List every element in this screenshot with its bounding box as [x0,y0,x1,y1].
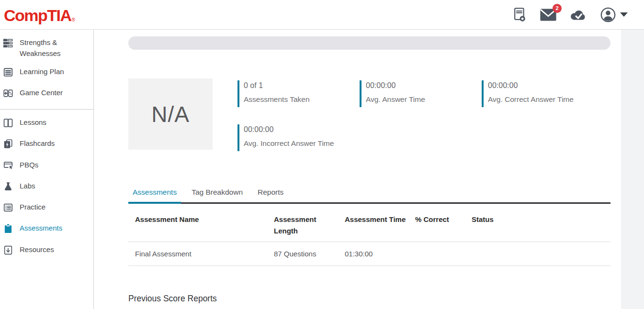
col-percent-correct: % Correct [415,204,472,242]
stat-value: 0 of 1 [244,81,360,90]
col-assessment-time: Assessment Time [345,204,415,242]
main-content: N/A 0 of 1 Assessments Taken 00:00:00 Av… [94,30,621,309]
table-row[interactable]: Final Assessment 87 Questions 01:30:00 [128,242,610,265]
registered-mark: ® [72,18,75,22]
stat-avg-incorrect-answer-time: 00:00:00 Avg. Incorrect Answer Time [237,124,360,151]
game-center-icon [3,88,13,101]
stat-assessments-taken: 0 of 1 Assessments Taken [237,80,360,107]
chevron-down-icon [620,12,628,17]
tab-reports[interactable]: Reports [253,188,288,202]
sidebar-item-lessons[interactable]: Lessons [0,113,93,134]
resources-icon [3,245,13,258]
stat-avg-answer-time: 00:00:00 Avg. Answer Time [360,80,482,107]
assessment-overview: N/A 0 of 1 Assessments Taken 00:00:00 Av… [128,78,610,151]
cell-assessment-time: 01:30:00 [345,242,415,265]
table-header-row: Assessment Name Assessment Length Assess… [128,204,610,242]
stat-label: Avg. Incorrect Answer Time [244,139,360,148]
col-assessment-name: Assessment Name [128,204,274,242]
assessments-icon [3,223,13,237]
logo-text: CompTIA [4,7,71,23]
account-menu[interactable] [600,7,628,23]
sidebar-item-label: Game Center [20,87,63,98]
sidebar-item-learning-plan[interactable]: Learning Plan [0,63,93,84]
cell-percent-correct [415,242,472,265]
stat-value: 00:00:00 [488,81,604,90]
labs-icon [3,181,13,195]
header-icon-group: 2 [512,7,628,23]
col-status: Status [472,204,610,242]
sidebar-item-resources[interactable]: Resources [0,241,93,262]
cell-assessment-length: 87 Questions [274,242,345,265]
tab-assessments[interactable]: Assessments [128,188,181,202]
sidebar: Strengths & Weaknesses Learning Plan [0,30,94,309]
cell-status [472,242,610,265]
score-report-icon[interactable] [512,7,527,22]
stat-label: Assessments Taken [244,95,360,104]
tab-bar: Assessments Tag Breakdown Reports [128,188,610,204]
practice-icon [3,202,13,216]
score-na-box: N/A [128,78,213,150]
comptia-logo[interactable]: CompTIA ® [4,6,75,23]
mail-badge: 2 [553,4,562,13]
stat-label: Avg. Answer Time [366,95,482,104]
sidebar-item-label: Learning Plan [20,66,64,77]
sidebar-item-label: Practice [20,201,45,212]
sidebar-item-label: PBQs [20,159,38,170]
sidebar-item-practice[interactable]: Practice [0,198,93,219]
sidebar-item-game-center[interactable]: Game Center [0,84,93,105]
sidebar-divider [0,109,93,110]
top-header: CompTIA ® 2 [0,0,644,30]
sidebar-item-label: Strengths & Weaknesses [20,37,90,59]
cloud-sync-icon[interactable] [570,8,587,22]
stat-label: Avg. Correct Answer Time [488,95,604,104]
page-gutter [621,30,644,309]
sidebar-item-label: Labs [20,180,35,191]
tab-tag-breakdown[interactable]: Tag Breakdown [187,188,247,202]
cell-assessment-name: Final Assessment [128,242,274,265]
progress-bar [128,36,610,50]
lessons-icon [3,118,13,131]
stat-value: 00:00:00 [366,81,482,90]
previous-score-reports-title: Previous Score Reports [128,294,610,304]
sidebar-item-label: Assessments [20,222,62,233]
sidebar-item-flashcards[interactable]: Flashcards [0,134,93,155]
stat-avg-correct-answer-time: 00:00:00 Avg. Correct Answer Time [482,80,604,107]
account-icon [600,7,616,23]
flashcards-icon [3,139,13,152]
sidebar-item-pbqs[interactable]: PBQs [0,156,93,177]
sidebar-item-labs[interactable]: Labs [0,177,93,198]
previous-score-reports-section: Previous Score Reports [128,294,610,309]
pbqs-icon [3,160,13,174]
learning-plan-icon [3,67,13,80]
sidebar-item-strengths-weaknesses[interactable]: Strengths & Weaknesses [0,33,93,63]
mail-icon[interactable]: 2 [540,8,557,22]
score-na-label: N/A [151,101,190,127]
sidebar-item-label: Resources [20,244,54,255]
stat-value: 00:00:00 [244,125,360,134]
col-assessment-length: Assessment Length [274,204,345,242]
strengths-weaknesses-icon [3,38,13,51]
sidebar-item-assessments[interactable]: Assessments [0,219,93,240]
sidebar-item-label: Flashcards [20,138,55,149]
stats-grid: 0 of 1 Assessments Taken 00:00:00 Avg. A… [237,80,604,151]
assessments-table: Assessment Name Assessment Length Assess… [128,204,610,266]
sidebar-item-label: Lessons [20,117,46,128]
